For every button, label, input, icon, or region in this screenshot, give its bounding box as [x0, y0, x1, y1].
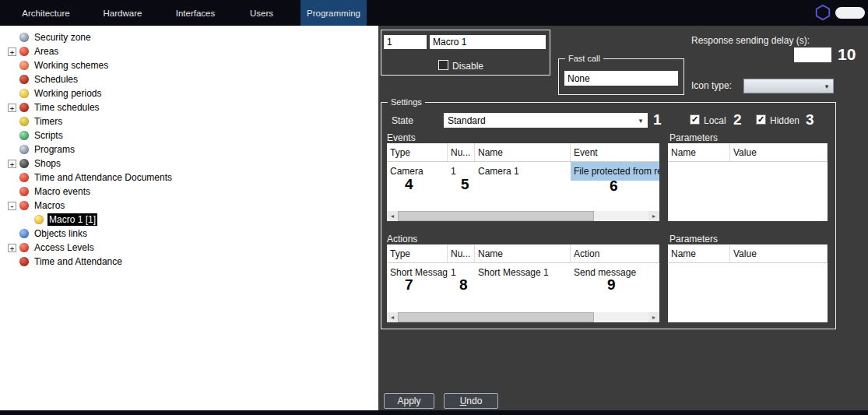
actions-param-col-value[interactable]: Value: [730, 244, 828, 262]
local-checkbox[interactable]: ✓: [690, 114, 700, 125]
tree-item-time-schedules[interactable]: +Time schedules: [3, 100, 378, 114]
action-type-cell[interactable]: Short Message: [387, 263, 448, 282]
scroll-right-icon[interactable]: ▸: [648, 312, 659, 322]
hidden-checkbox[interactable]: ✓: [756, 114, 766, 125]
local-label: Local: [704, 115, 726, 126]
tab-users[interactable]: Users: [237, 0, 286, 26]
fast-call-title: Fast call: [565, 53, 603, 64]
tree-item-programs[interactable]: Programs: [3, 142, 378, 157]
actions-parameters-table[interactable]: Name Value: [668, 244, 828, 322]
chevron-down-icon: ▾: [634, 117, 647, 125]
tree-item-macro-1[interactable]: Macro 1 [1]: [3, 213, 378, 227]
tab-interfaces[interactable]: Interfaces: [165, 0, 226, 26]
icon-type-dropdown[interactable]: ▾: [743, 79, 834, 93]
time-attendance-icon: [19, 257, 29, 266]
schedules-icon: [19, 75, 29, 84]
tree-item-timers[interactable]: Timers: [3, 114, 378, 128]
tab-hardware[interactable]: Hardware: [93, 0, 152, 26]
events-param-col-name[interactable]: Name: [668, 143, 730, 161]
events-parameters-header: Name Value: [668, 143, 828, 162]
annotation-4: 4: [405, 177, 413, 192]
actions-param-col-name[interactable]: Name: [668, 244, 730, 262]
scripts-icon: [19, 131, 29, 140]
events-col-name[interactable]: Name: [475, 143, 571, 161]
tree-item-working-periods[interactable]: Working periods: [3, 86, 378, 100]
actions-table[interactable]: Type Nu... Name Action Short Message 1 S…: [387, 244, 659, 322]
macro-events-icon: [19, 187, 29, 196]
timers-icon: [19, 117, 29, 126]
tree-item-schedules[interactable]: Schedules: [3, 72, 378, 86]
actions-col-action[interactable]: Action: [571, 244, 659, 262]
events-table[interactable]: Type Nu... Name Event Camera 1 Camera 1 …: [387, 143, 659, 221]
events-scroll-track[interactable]: [594, 211, 648, 221]
tree-item-shops[interactable]: +Shops: [3, 157, 378, 171]
events-parameters-label: Parameters: [669, 132, 718, 143]
events-scroll-thumb[interactable]: [398, 211, 594, 221]
event-name-cell[interactable]: Camera 1: [475, 162, 571, 181]
events-col-number[interactable]: Nu...: [448, 143, 475, 161]
actions-label: Actions: [387, 234, 417, 244]
shops-expand-icon[interactable]: +: [8, 160, 16, 168]
response-delay-input[interactable]: [794, 47, 831, 62]
actions-col-number[interactable]: Nu...: [448, 244, 475, 262]
disable-checkbox[interactable]: ✓: [438, 60, 448, 70]
tree-item-access-levels[interactable]: +Access Levels: [3, 241, 378, 255]
annotation-10: 10: [838, 46, 856, 62]
events-table-row[interactable]: Camera 1 Camera 1 File protected from re…: [387, 162, 659, 181]
state-dropdown[interactable]: Standard ▾: [444, 113, 648, 128]
actions-table-row[interactable]: Short Message 1 Short Message 1 Send mes…: [387, 263, 659, 282]
tree-item-time-and-attendance-documents[interactable]: Time and Attendance Documents: [3, 171, 378, 185]
macro-name-input[interactable]: [430, 35, 546, 49]
scroll-right-icon[interactable]: ▸: [648, 211, 659, 221]
events-col-type[interactable]: Type: [387, 143, 448, 161]
icon-type-label: Icon type:: [691, 80, 732, 91]
areas-icon: [19, 47, 29, 56]
actions-col-type[interactable]: Type: [387, 244, 448, 262]
tree-item-time-and-attendance[interactable]: Time and Attendance: [3, 255, 378, 269]
bottom-edge-bar: [0, 410, 868, 415]
tree-item-working-schemes[interactable]: Working schemes: [3, 58, 378, 72]
annotation-3: 3: [806, 112, 814, 127]
macros-collapse-icon[interactable]: -: [8, 202, 16, 210]
events-hscrollbar[interactable]: ◂ ▸: [387, 211, 659, 221]
tab-architecture[interactable]: Architecture: [11, 0, 81, 26]
annotation-9: 9: [607, 277, 616, 292]
tab-programming[interactable]: Programming: [300, 0, 367, 26]
actions-scroll-track[interactable]: [594, 312, 648, 322]
tree-item-macros[interactable]: -Macros: [3, 199, 378, 213]
actions-hscrollbar[interactable]: ◂ ▸: [387, 312, 659, 322]
tree-item-macro-events[interactable]: Macro events: [3, 185, 378, 199]
annotation-2: 2: [733, 112, 742, 127]
tree-item-areas[interactable]: +Areas: [3, 44, 378, 58]
check-icon: ✓: [757, 115, 764, 124]
object-tree: Security zone +Areas Working schemes Sch…: [3, 30, 378, 269]
events-label: Events: [387, 132, 416, 143]
macro-number-input[interactable]: [384, 35, 427, 49]
settings-title: Settings: [388, 97, 425, 107]
scroll-left-icon[interactable]: ◂: [387, 312, 398, 322]
events-col-event[interactable]: Event: [571, 143, 659, 161]
actions-col-name[interactable]: Name: [475, 244, 571, 262]
topbar-pill[interactable]: [835, 7, 865, 19]
working-schemes-icon: [19, 61, 29, 70]
apply-button[interactable]: Apply: [384, 393, 434, 409]
tree-item-objects-links[interactable]: Objects links: [3, 227, 378, 241]
events-table-header: Type Nu... Name Event: [387, 143, 659, 162]
annotation-1: 1: [653, 112, 662, 127]
actions-scroll-thumb[interactable]: [398, 312, 594, 322]
macro-icon: [34, 215, 44, 224]
event-type-cell[interactable]: Camera: [387, 162, 448, 181]
access-levels-expand-icon[interactable]: +: [8, 244, 16, 252]
action-name-cell[interactable]: Short Message 1: [475, 263, 571, 282]
tree-item-scripts[interactable]: Scripts: [3, 128, 378, 142]
scroll-left-icon[interactable]: ◂: [387, 211, 398, 221]
areas-expand-icon[interactable]: +: [8, 47, 16, 56]
fast-call-input[interactable]: [564, 71, 678, 86]
undo-button[interactable]: Undo: [444, 393, 498, 409]
events-param-col-value[interactable]: Value: [730, 143, 828, 161]
events-parameters-table[interactable]: Name Value: [668, 143, 828, 221]
tree-item-security-zone[interactable]: Security zone: [3, 30, 378, 44]
time-schedules-expand-icon[interactable]: +: [8, 104, 16, 112]
app-logo-hexagon-icon: [814, 4, 831, 21]
objects-links-icon: [19, 229, 29, 238]
